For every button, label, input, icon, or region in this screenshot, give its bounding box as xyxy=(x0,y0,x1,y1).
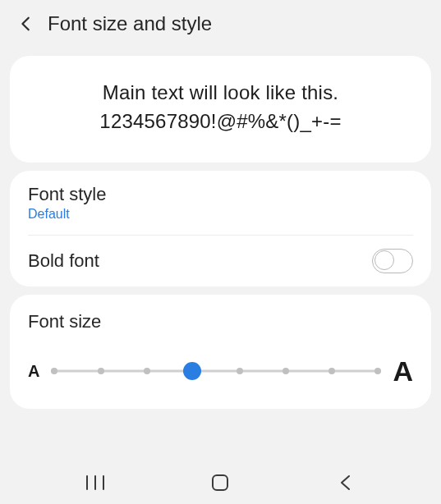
nav-back-button[interactable] xyxy=(313,466,379,499)
slider-tick xyxy=(98,368,104,374)
svg-rect-3 xyxy=(213,475,227,490)
home-icon xyxy=(211,474,229,492)
font-style-value: Default xyxy=(28,207,413,222)
font-style-col: Font style Default xyxy=(28,184,413,222)
preview-text-line1: Main text will look like this. xyxy=(26,79,415,108)
slider-tick xyxy=(237,368,243,374)
slider-tick xyxy=(51,368,57,374)
slider-tick xyxy=(144,368,150,374)
font-style-label: Font style xyxy=(28,184,413,205)
slider-tick xyxy=(283,368,289,374)
slider-thumb[interactable] xyxy=(183,362,201,380)
style-card: Font style Default Bold font xyxy=(10,171,431,286)
small-a-indicator: A xyxy=(28,362,39,381)
nav-recents-button[interactable] xyxy=(62,466,128,499)
slider-tick xyxy=(328,368,335,374)
preview-card: Main text will look like this. 123456789… xyxy=(10,56,431,163)
font-style-row[interactable]: Font style Default xyxy=(10,171,431,235)
page-title: Font size and style xyxy=(48,12,212,35)
recents-icon xyxy=(85,474,106,491)
slider-tick xyxy=(374,368,381,374)
font-size-slider[interactable] xyxy=(49,363,383,379)
navigation-bar xyxy=(0,461,441,504)
bold-font-row[interactable]: Bold font xyxy=(10,236,431,286)
nav-home-button[interactable] xyxy=(187,466,253,499)
preview-text-line2: 1234567890!@#%&*()_+-= xyxy=(26,108,415,136)
bold-font-toggle[interactable] xyxy=(372,249,413,273)
font-size-label: Font size xyxy=(28,311,413,332)
header: Font size and style xyxy=(0,0,441,48)
nav-back-icon xyxy=(338,474,354,492)
chevron-left-icon xyxy=(17,15,35,33)
large-a-indicator: A xyxy=(393,355,413,387)
back-button[interactable] xyxy=(10,7,43,40)
slider-ticks xyxy=(51,368,381,374)
font-size-slider-row: A A xyxy=(28,355,413,387)
font-size-card: Font size A A xyxy=(10,295,431,409)
bold-font-label: Bold font xyxy=(28,250,372,272)
toggle-knob xyxy=(374,250,394,270)
bold-font-col: Bold font xyxy=(28,250,372,272)
